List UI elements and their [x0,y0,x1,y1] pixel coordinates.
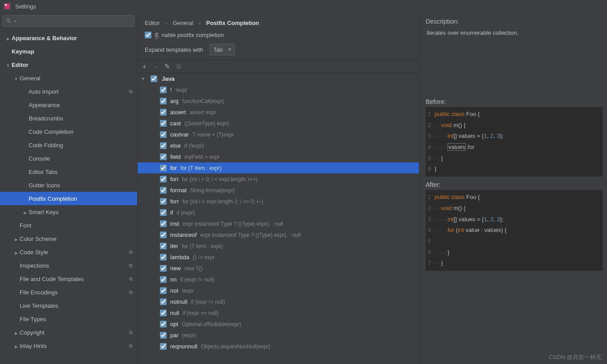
group-java[interactable]: ▼ Java [138,73,419,84]
template-opt[interactable]: optOptional.ofNullable(expr) [138,318,419,330]
sidebar-item-inlay-hints[interactable]: Inlay Hints⧉ [0,339,137,352]
template-checkbox[interactable] [160,131,167,138]
template-desc: String.format(expr) [190,187,235,194]
sidebar-item-code-style[interactable]: Code Style⧉ [0,245,137,259]
template-key: opt [170,321,178,327]
svg-point-2 [7,19,10,22]
template-key: instanceof [170,232,197,238]
template-iter[interactable]: iterfor (T item : expr) [138,240,419,252]
sidebar-item-smart-keys[interactable]: Smart Keys [0,205,137,219]
template-checkbox[interactable] [160,310,167,316]
template-checkbox[interactable] [160,276,167,283]
template-checkbox[interactable] [160,165,167,171]
sidebar-item-appearance[interactable]: Appearance [0,98,137,112]
sidebar-item-code-completion[interactable]: Code Completion [0,125,137,138]
sidebar-item-general[interactable]: General [0,71,137,85]
template-checkbox[interactable] [160,287,167,294]
template-checkbox[interactable] [160,98,167,104]
sidebar-item-editor-tabs[interactable]: Editor Tabs [0,165,137,178]
sidebar-item-editor[interactable]: Editor [0,58,137,71]
sidebar-item-font[interactable]: Font [0,219,137,232]
template-key: arg [170,98,179,104]
sidebar-item-gutter-icons[interactable]: Gutter Icons [0,178,137,192]
template-checkbox[interactable] [160,321,167,327]
template-checkbox[interactable] [160,343,167,350]
sidebar-item-appearance-behavior[interactable]: Appearance & Behavior [0,31,137,45]
sidebar-item-label: General [20,75,137,82]
template-x[interactable]: !!expr [138,84,419,95]
sidebar-item-file-encodings[interactable]: File Encodings⧉ [0,285,137,299]
template-checkbox[interactable] [160,209,167,216]
template-checkbox[interactable] [160,153,167,160]
group-checkbox[interactable] [151,75,157,82]
template-checkbox[interactable] [160,176,167,182]
template-if[interactable]: ifif (expr) [138,207,419,218]
sidebar-item-color-scheme[interactable]: Color Scheme [0,232,137,245]
enable-postfix-checkbox[interactable]: Enable postfix completion [145,32,412,38]
sidebar-item-auto-import[interactable]: Auto Import⧉ [0,85,137,98]
template-instanceof[interactable]: instanceofexpr instanceof Type ? ((Type)… [138,229,419,240]
sidebar-item-code-folding[interactable]: Code Folding [0,138,137,152]
template-key: fori [170,176,178,182]
template-desc: if (expr == null) [183,310,218,316]
template-checkbox[interactable] [160,142,167,149]
description-text: Iterates over enumerable collection. [426,27,603,94]
expand-select[interactable]: Tab [209,44,235,55]
titlebar: Settings [0,0,607,12]
add-icon[interactable]: ＋ [141,62,148,71]
template-key: nn [170,276,176,283]
template-field[interactable]: fieldmyField = expr [138,151,419,162]
template-nn[interactable]: nnif (expr != null) [138,274,419,285]
template-reqnonnull[interactable]: reqnonnullObjects.requireNonNull(expr) [138,341,419,352]
template-checkbox[interactable] [160,298,167,305]
template-checkbox[interactable] [160,243,167,249]
template-arg[interactable]: argfunctionCall(expr) [138,95,419,107]
template-lambda[interactable]: lambda() -> expr [138,252,419,263]
template-castvar[interactable]: castvarT name = (T)expr [138,129,419,140]
crumb-general[interactable]: General [173,20,193,26]
template-inst[interactable]: instexpr instanceof Type ? ((Type) expr)… [138,218,419,229]
sidebar-item-label: Gutter Icons [29,182,137,189]
sidebar-item-inspections[interactable]: Inspections⧉ [0,259,137,272]
template-checkbox[interactable] [160,232,167,238]
search-input[interactable]: ▾ [3,15,134,27]
crumb-editor[interactable]: Editor [145,20,160,26]
sidebar-item-label: Code Folding [29,142,137,149]
template-forr[interactable]: forrfor (int i = expr.length-1; i >= 0; … [138,196,419,207]
template-not[interactable]: not!expr [138,285,419,296]
template-checkbox[interactable] [160,265,167,272]
template-checkbox[interactable] [160,220,167,227]
sidebar-item-postfix-completion[interactable]: Postfix Completion [0,192,137,205]
sidebar-item-console[interactable]: Console [0,152,137,165]
template-desc: T name = (T)expr [193,132,234,138]
sidebar-item-live-templates[interactable]: Live Templates [0,299,137,312]
crumb-current: Postfix Completion [206,20,259,26]
sidebar-item-breadcrumbs[interactable]: Breadcrumbs [0,112,137,125]
sidebar-item-label: Auto Import [29,88,129,95]
sidebar-item-keymap[interactable]: Keymap [0,45,137,58]
template-format[interactable]: formatString.format(expr) [138,185,419,196]
template-new[interactable]: newnew T() [138,263,419,274]
template-checkbox[interactable] [160,198,167,205]
template-key: notnull [170,298,187,305]
template-checkbox[interactable] [160,187,167,194]
sidebar-item-file-and-code-templates[interactable]: File and Code Templates⧉ [0,272,137,285]
template-par[interactable]: par(expr) [138,330,419,341]
template-checkbox[interactable] [160,120,167,127]
template-fori[interactable]: forifor (int i = 0; i < expr.length; i++… [138,174,419,185]
edit-icon[interactable]: ✎ [164,62,170,70]
template-checkbox[interactable] [160,254,167,261]
sidebar-item-label: File and Code Templates [20,276,129,282]
template-cast[interactable]: cast((SomeType) expr) [138,118,419,129]
template-checkbox[interactable] [160,332,167,339]
sidebar-item-file-types[interactable]: File Types [0,312,137,326]
sidebar-item-copyright[interactable]: Copyright⧉ [0,326,137,339]
before-code: 1public class Foo { 2····void m() { 3···… [426,107,603,177]
template-checkbox[interactable] [160,109,167,116]
template-for[interactable]: forfor (T item : expr) [138,162,419,174]
template-checkbox[interactable] [160,87,167,93]
template-null[interactable]: nullif (expr == null) [138,307,419,318]
template-notnull[interactable]: notnullif (expr != null) [138,296,419,307]
template-assert[interactable]: assertassert expr [138,107,419,118]
template-else[interactable]: elseif (!expr) [138,140,419,151]
